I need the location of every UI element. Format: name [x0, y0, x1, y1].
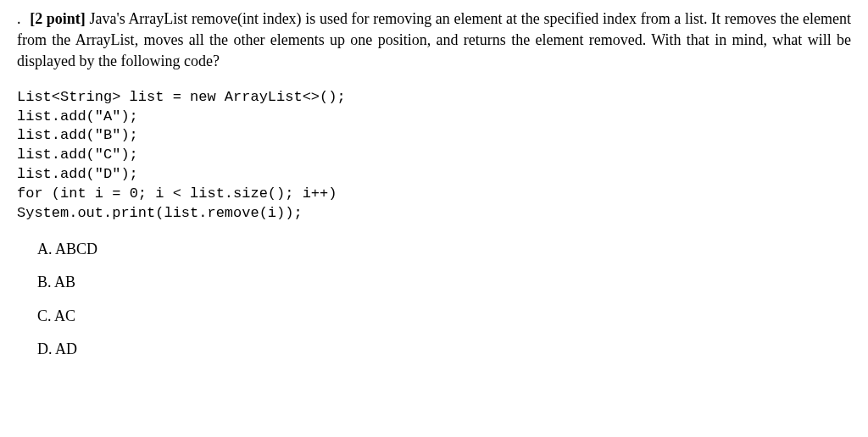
code-keyword-for: for	[17, 185, 43, 202]
code-keyword-int: int	[60, 185, 86, 202]
code-line-7: System.out.print(list.remove(i));	[17, 205, 303, 221]
answer-options: A. ABCD B. AB C. AC D. AD	[37, 239, 851, 360]
code-line-1b: ArrayList<>();	[216, 89, 346, 105]
code-keyword-new: new	[190, 89, 216, 105]
code-line-5: list.add("D");	[17, 166, 138, 182]
points-label: [2 point]	[30, 10, 86, 27]
code-line-2: list.add("A");	[17, 108, 138, 124]
option-b: B. AB	[37, 272, 851, 293]
lead-period: .	[17, 10, 21, 27]
code-line-3: list.add("B");	[17, 127, 138, 143]
code-line-6b: i = 0; i < list.size(); i++)	[86, 185, 337, 202]
code-line-6a: (	[43, 185, 60, 202]
option-c: C. AC	[37, 306, 851, 327]
code-line-4: list.add("C");	[17, 147, 138, 163]
option-a: A. ABCD	[37, 239, 851, 260]
question-prompt: . [2 point] Java's ArrayList remove(int …	[17, 8, 851, 73]
code-block: List<String> list = new ArrayList<>(); l…	[17, 88, 851, 224]
prompt-text: Java's ArrayList remove(int index) is us…	[17, 10, 851, 69]
code-line-1a: List<String> list =	[17, 89, 190, 105]
option-d: D. AD	[37, 339, 851, 360]
